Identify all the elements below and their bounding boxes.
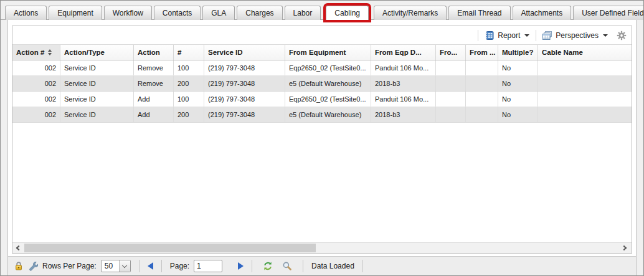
cell-action: Remove (134, 60, 174, 75)
column-header-action-type[interactable]: Action/Type (60, 45, 134, 60)
tab-bar: ActionsEquipmentWorkflowContactsGLACharg… (1, 1, 643, 20)
column-header-label: Action # (16, 49, 44, 56)
tab-equipment[interactable]: Equipment (49, 6, 102, 20)
column-header-label: Cable Name (542, 49, 583, 56)
status-message: Data Loaded (311, 262, 354, 270)
chevron-down-icon (603, 34, 608, 37)
scrollbar-thumb[interactable] (24, 244, 316, 252)
grid-settings-button[interactable] (617, 31, 627, 40)
refresh-icon[interactable] (263, 261, 273, 271)
previous-page-button[interactable] (148, 262, 153, 270)
column-header-blank[interactable]: # (174, 45, 204, 60)
cell-action: 002 (12, 60, 60, 75)
cell-blank: 200 (174, 107, 204, 122)
table-row[interactable]: 002Service IDRemove100(219) 797-3048Eqp2… (12, 60, 632, 76)
cell-from-equipment: e5 (Default Warehouse) (285, 107, 371, 122)
tab-workflow[interactable]: Workflow (104, 6, 152, 20)
grid-toolbar: Report Perspectives (12, 26, 632, 44)
cell-fro (436, 76, 466, 91)
column-header-from-eqp-d[interactable]: From Eqp D... (371, 45, 436, 60)
column-header-from-equipment[interactable]: From Equipment (285, 45, 371, 60)
tab-labor[interactable]: Labor (285, 6, 321, 20)
cell-from-eqp-d: Panduit 106 Mo... (371, 60, 436, 75)
table-row[interactable]: 002Service IDRemove200(219) 797-3048e5 (… (12, 76, 632, 92)
search-icon[interactable] (282, 261, 292, 271)
page-input[interactable] (194, 260, 222, 272)
chevron-down-icon (122, 262, 127, 267)
column-header-label: From Eqp D... (375, 49, 422, 56)
column-header-action[interactable]: Action # (12, 45, 60, 60)
column-header-from[interactable]: From ... (466, 45, 498, 60)
lock-icon[interactable] (14, 261, 24, 271)
wrench-icon[interactable] (28, 261, 38, 271)
cell-action-type: Service ID (60, 107, 134, 122)
column-header-action[interactable]: Action (134, 45, 174, 60)
cell-service-id: (219) 797-3048 (204, 107, 285, 122)
next-page-button[interactable] (238, 262, 244, 270)
statusbar-separator (139, 260, 140, 272)
tab-charges[interactable]: Charges (237, 6, 282, 20)
cell-fro (436, 107, 466, 122)
cell-service-id: (219) 797-3048 (204, 92, 285, 107)
column-header-label: From ... (470, 49, 496, 56)
rows-per-page-select[interactable]: 50 (101, 260, 131, 272)
chevron-right-icon (622, 245, 627, 250)
tab-attachments[interactable]: Attachments (513, 6, 572, 20)
cell-action: Add (134, 107, 174, 122)
table-row[interactable]: 002Service IDAdd200(219) 797-3048e5 (Def… (12, 107, 632, 123)
horizontal-scrollbar[interactable] (12, 242, 632, 253)
scroll-left-button[interactable] (12, 243, 24, 253)
cell-action: Remove (134, 76, 174, 91)
cell-from-eqp-d: 2018-b3 (371, 107, 436, 122)
cell-multiple: No (498, 92, 538, 107)
statusbar-separator (362, 260, 363, 272)
cell-action-type: Service ID (60, 60, 134, 75)
rows-per-page-value: 50 (102, 260, 119, 272)
column-header-label: Action/Type (64, 49, 105, 56)
cell-from-equipment: Eqp2650_02 (TestSite0... (285, 60, 371, 75)
empty-grid-area (12, 123, 632, 242)
statusbar-separator (303, 260, 303, 272)
scroll-right-button[interactable] (619, 243, 630, 253)
cell-service-id: (219) 797-3048 (204, 60, 285, 75)
column-header-label: # (178, 49, 181, 56)
select-dropdown-button[interactable] (119, 260, 130, 272)
column-header-multiple[interactable]: Multiple? (498, 45, 538, 60)
content-panel: Report Perspectives (7, 20, 637, 275)
cell-from (466, 107, 498, 122)
cell-service-id: (219) 797-3048 (204, 76, 285, 91)
report-button[interactable]: Report (481, 29, 533, 42)
cell-action-type: Service ID (60, 92, 134, 107)
column-header-fro[interactable]: Fro... (436, 45, 466, 60)
chevron-down-icon (524, 34, 529, 37)
tab-user-defined-fields[interactable]: User Defined Fields (573, 6, 644, 20)
cell-multiple: No (498, 107, 538, 122)
cell-action: Add (134, 92, 174, 107)
perspectives-label: Perspectives (556, 31, 599, 40)
perspectives-button[interactable]: Perspectives (539, 29, 612, 42)
cell-blank: 200 (174, 76, 204, 91)
column-header-label: From Equipment (289, 49, 346, 56)
cell-blank: 100 (174, 92, 204, 107)
tab-cabling[interactable]: Cabling (326, 6, 369, 20)
report-icon (485, 31, 495, 40)
tab-actions[interactable]: Actions (5, 6, 47, 20)
tab-contacts[interactable]: Contacts (154, 6, 201, 20)
column-header-service-id[interactable]: Service ID (204, 45, 285, 60)
cell-from-equipment: Eqp2650_02 (TestSite0... (285, 92, 371, 107)
cell-multiple: No (498, 60, 538, 75)
cell-cable-name (538, 92, 632, 107)
cell-from-equipment: e5 (Default Warehouse) (285, 76, 371, 91)
tab-gla[interactable]: GLA (202, 6, 235, 20)
toolbar-separator (478, 30, 478, 41)
column-header-cable-name[interactable]: Cable Name (538, 45, 632, 60)
tab-email-thread[interactable]: Email Thread (448, 6, 510, 20)
table-body: 002Service IDRemove100(219) 797-3048Eqp2… (12, 60, 632, 123)
cell-from-eqp-d: 2018-b3 (371, 76, 436, 91)
tab-activity-remarks[interactable]: Activity/Remarks (374, 6, 447, 20)
gear-icon (617, 31, 627, 40)
chevron-left-icon (16, 245, 21, 250)
table-row[interactable]: 002Service IDAdd100(219) 797-3048Eqp2650… (12, 92, 632, 107)
cell-cable-name (538, 107, 632, 122)
sort-icon[interactable] (48, 49, 52, 55)
